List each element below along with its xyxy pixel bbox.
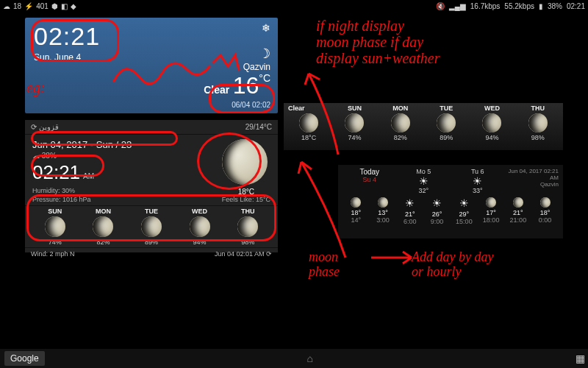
moon-time: 02:21 <box>32 161 80 183</box>
app-drawer-icon[interactable]: ▦ <box>576 355 584 361</box>
humidity: Humidity: 30% <box>32 187 215 196</box>
status-cpu: 401 <box>36 2 49 10</box>
battery-pct: 38% <box>548 2 562 10</box>
net-up: 55.2kbps <box>504 2 534 10</box>
shield-icon: ⬢ <box>51 2 58 10</box>
moon-phase-icon <box>486 197 496 208</box>
moon-phase-icon <box>190 216 210 237</box>
widget-updated: 06/04 02:02 <box>204 101 270 109</box>
mute-icon: 🔇 <box>436 2 445 10</box>
sun-icon: ☀ <box>473 175 482 187</box>
moon-updated: Jun 04 02:01 AM <box>215 250 265 258</box>
refresh-icon[interactable]: ⟳ قزوین <box>31 123 59 131</box>
status-temp: 18 <box>13 2 21 10</box>
signal-icon: ▂▄▆ <box>449 2 466 10</box>
moon-phase-icon <box>540 197 551 208</box>
refresh-icon[interactable]: ⟳ <box>266 250 272 258</box>
widget-temp: 16 <box>233 72 259 99</box>
moon-phase-large-icon <box>222 139 268 185</box>
sun-icon: ☀ <box>432 197 442 209</box>
weather-widget-large[interactable]: ❄ 02:21 Sun, June 4 ☽ Qazvin Clear 16°C … <box>25 18 278 113</box>
moon-phase-icon <box>437 113 456 132</box>
moon-detail-widget[interactable]: ⟳ قزوین 29/14°C Jun 04, 2017 - Sun / 23 … <box>25 120 278 252</box>
moon-phase-icon <box>351 197 361 208</box>
annotation-arrow <box>368 243 419 272</box>
bolt-icon: ⚡ <box>24 2 33 10</box>
annotation-daily: Add day by day or hourly <box>412 250 493 280</box>
settings-icon[interactable]: ❄ <box>262 22 270 34</box>
moon-phase-icon <box>93 216 113 237</box>
home-icon[interactable]: ⌂ <box>307 353 313 364</box>
moon-phase-icon <box>299 113 318 132</box>
sun-icon: ☀ <box>459 197 469 209</box>
navigation-dock: Google ⌂ ▦ <box>0 349 588 368</box>
moon-icon: ☽ <box>259 46 270 61</box>
wind: Wind: 2 mph N <box>31 250 75 258</box>
app-icon: ◧ <box>61 2 68 10</box>
moon-phase-icon <box>45 216 65 237</box>
annotation-night-day: if night display moon phase if day displ… <box>316 18 573 66</box>
sun-icon: ☀ <box>405 197 415 209</box>
google-search-button[interactable]: Google <box>4 351 45 366</box>
moon-phase-icon <box>345 113 364 132</box>
feels-like: Feels Like: 15°C <box>222 196 270 203</box>
widget-location: Qazvin <box>204 62 270 72</box>
app-icon-2: ◆ <box>71 2 76 10</box>
moon-forecast-row: SUN74% MON82% TUE89% WED94% THU98% <box>25 205 278 247</box>
forecast-strip-widget[interactable]: Clear 18°C SUN74% MON82% TUE89% WED94% T… <box>284 103 563 150</box>
hi-lo: 29/14°C <box>245 123 272 131</box>
moon-phase-icon <box>237 216 258 237</box>
moon-phase-icon <box>482 113 501 132</box>
moon-phase-icon <box>391 113 410 132</box>
widget-condition: Clear <box>204 84 229 96</box>
moon-phase-icon <box>141 216 162 237</box>
pressure: Pressure: 1016 hPa <box>32 196 215 205</box>
hourly-widget[interactable]: TodaySu 4 Mo 5☀32° Tu 6☀33° Jun 04, 2017… <box>338 165 563 238</box>
moon-phase-icon <box>513 197 523 208</box>
moon-phase-icon <box>528 113 548 132</box>
hourly-row[interactable]: 18°14° 13°3:00 ☀21°6:00 ☀26°9:00 ☀29°15:… <box>343 197 559 225</box>
status-clock: 02:21 <box>567 2 585 10</box>
annotation-moonphase: moon phase <box>309 250 340 280</box>
weather-status-icon: ☁ <box>3 2 10 10</box>
cloud-pct: 38% <box>42 152 57 160</box>
sun-icon: ☀ <box>419 175 429 187</box>
moon-temp: 18°C <box>222 188 270 196</box>
moon-date: Jun 04, 2017 - Sun / 23 <box>32 139 215 150</box>
battery-icon: ▮ <box>539 2 543 10</box>
moon-phase-icon <box>378 197 388 208</box>
net-down: 16.7kbps <box>470 2 501 10</box>
status-bar: ☁ 18 ⚡ 401 ⬢ ◧ ◆ 🔇 ▂▄▆ 16.7kbps 55.2kbps… <box>0 0 588 12</box>
